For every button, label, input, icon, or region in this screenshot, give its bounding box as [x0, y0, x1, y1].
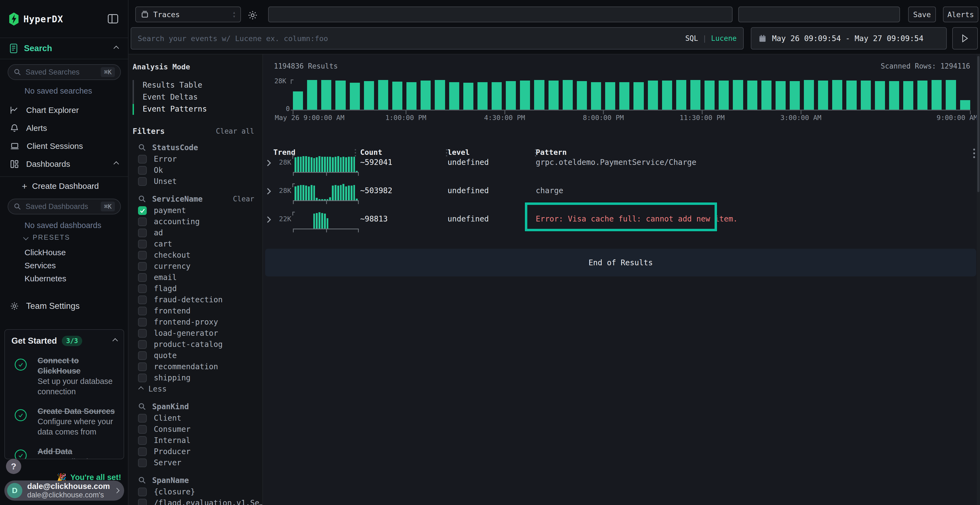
checkbox[interactable]: [138, 155, 147, 164]
checkbox[interactable]: [138, 436, 147, 445]
checkbox[interactable]: [138, 273, 147, 282]
sidebar-item-dashboards[interactable]: Dashboards: [0, 155, 128, 173]
histogram-bar[interactable]: [449, 82, 459, 110]
histogram-bar[interactable]: [463, 83, 473, 110]
checkbox[interactable]: [138, 306, 147, 315]
create-dashboard-button[interactable]: + Create Dashboard: [22, 180, 99, 192]
filter-option[interactable]: flagd: [132, 283, 254, 294]
filter-option[interactable]: Consumer: [132, 424, 254, 435]
preset-item-clickhouse[interactable]: ClickHouse: [24, 246, 66, 259]
histogram-bar[interactable]: [690, 80, 700, 110]
histogram-bar[interactable]: [605, 82, 615, 110]
filter-option[interactable]: Error: [132, 154, 254, 165]
clear-filter-button[interactable]: Clear: [233, 195, 254, 203]
chevron-up-icon[interactable]: [113, 161, 119, 167]
histogram-bar[interactable]: [378, 80, 388, 110]
preset-item-services[interactable]: Services: [24, 259, 66, 272]
checkbox[interactable]: [138, 351, 147, 360]
histogram-bar[interactable]: [705, 81, 714, 110]
show-less-toggle[interactable]: Less: [132, 383, 254, 395]
histogram-bar[interactable]: [336, 81, 345, 110]
checkbox[interactable]: [138, 499, 147, 505]
histogram-bar[interactable]: [520, 81, 530, 110]
sidebar-item-alerts[interactable]: Alerts: [0, 119, 128, 137]
histogram-bar[interactable]: [790, 81, 800, 110]
filter-option[interactable]: ad: [132, 227, 254, 238]
filter-option[interactable]: /flagd.evaluation.v1.Se…: [132, 497, 254, 505]
run-query-button[interactable]: [952, 27, 978, 49]
histogram-bar[interactable]: [321, 80, 331, 110]
filter-option[interactable]: accounting: [132, 216, 254, 227]
histogram-bar[interactable]: [917, 81, 928, 110]
search-input[interactable]: [138, 34, 685, 43]
get-started-item[interactable]: Create Data SourcesConfigure where your …: [11, 406, 117, 437]
histogram-bar[interactable]: [492, 82, 502, 110]
filter-option[interactable]: Unset: [132, 176, 254, 187]
preset-item-kubernetes[interactable]: Kubernetes: [24, 272, 66, 285]
checkbox[interactable]: [138, 218, 147, 226]
checkbox[interactable]: [138, 373, 147, 382]
histogram-bar[interactable]: [946, 80, 956, 110]
filter-option[interactable]: shipping: [132, 372, 254, 383]
get-started-item[interactable]: Connect to ClickHouseSet up your databas…: [11, 355, 117, 397]
language-toggle-sql[interactable]: SQL: [685, 34, 698, 43]
date-range-picker[interactable]: May 26 09:09:54 - May 27 09:09:54: [751, 27, 947, 49]
histogram-bar[interactable]: [932, 80, 942, 110]
histogram-bar[interactable]: [406, 82, 417, 110]
checkbox[interactable]: [138, 425, 147, 434]
checkbox-checked[interactable]: [138, 206, 147, 215]
histogram-bar[interactable]: [307, 80, 317, 110]
filter-option[interactable]: checkout: [132, 249, 254, 260]
histogram-bar[interactable]: [733, 80, 743, 110]
scrollbar[interactable]: [977, 54, 980, 505]
expand-chevron-icon[interactable]: [266, 187, 272, 195]
saved-dashboards-input[interactable]: Saved Dashboards ⌘K: [8, 199, 121, 214]
histogram-bar[interactable]: [534, 80, 544, 110]
histogram-bar[interactable]: [577, 81, 587, 110]
checkbox[interactable]: [138, 318, 147, 327]
filter-option[interactable]: quote: [132, 350, 254, 361]
histogram-bar[interactable]: [293, 91, 303, 110]
sidebar-item-search[interactable]: Search: [0, 38, 128, 59]
histogram-bar[interactable]: [747, 81, 757, 110]
histogram-bar[interactable]: [350, 83, 360, 110]
filter-option[interactable]: email: [132, 272, 254, 283]
sidebar-item-client-sessions[interactable]: Client Sessions: [0, 137, 128, 155]
checkbox[interactable]: [138, 262, 147, 271]
histogram-bar[interactable]: [633, 82, 644, 110]
histogram-bar[interactable]: [761, 81, 772, 110]
checkbox[interactable]: [138, 166, 147, 175]
chevron-up-icon[interactable]: [113, 46, 119, 51]
histogram-bar[interactable]: [435, 80, 445, 110]
histogram-bar[interactable]: [421, 81, 431, 110]
filter-option[interactable]: payment: [132, 205, 254, 216]
histogram-bar[interactable]: [477, 82, 488, 110]
histogram-bar[interactable]: [506, 81, 516, 110]
filter-option[interactable]: frontend-proxy: [132, 316, 254, 327]
table-row[interactable]: 28K~592041undefinedgrpc.oteldemo.Payment…: [263, 154, 980, 183]
filter-option[interactable]: frontend: [132, 305, 254, 316]
analysis-mode-event-patterns[interactable]: Event Patterns: [138, 103, 254, 115]
user-menu[interactable]: D dale@clickhouse.com dale@clickhouse.co…: [4, 481, 124, 501]
checkbox[interactable]: [138, 329, 147, 338]
histogram-bar[interactable]: [804, 80, 814, 110]
filter-option[interactable]: Ok: [132, 165, 254, 176]
checkbox[interactable]: [138, 177, 147, 186]
checkbox[interactable]: [138, 284, 147, 293]
histogram-bar[interactable]: [364, 81, 374, 110]
histogram-bar[interactable]: [776, 81, 786, 110]
histogram-bar[interactable]: [392, 82, 402, 110]
language-toggle-lucene[interactable]: Lucene: [711, 34, 737, 43]
presets-toggle[interactable]: PRESETS: [24, 233, 70, 241]
get-started-item[interactable]: Add DataStart sending logs, metrics, or …: [11, 446, 117, 459]
checkbox[interactable]: [138, 447, 147, 456]
checkbox[interactable]: [138, 488, 147, 496]
save-button[interactable]: Save: [908, 6, 936, 22]
checkbox[interactable]: [138, 362, 147, 371]
expand-chevron-icon[interactable]: [266, 159, 272, 167]
filter-option[interactable]: load-generator: [132, 327, 254, 339]
filter-option[interactable]: fraud-detection: [132, 294, 254, 305]
checkbox[interactable]: [138, 414, 147, 422]
sidebar-item-chart-explorer[interactable]: Chart Explorer: [0, 101, 128, 119]
checkbox[interactable]: [138, 459, 147, 467]
